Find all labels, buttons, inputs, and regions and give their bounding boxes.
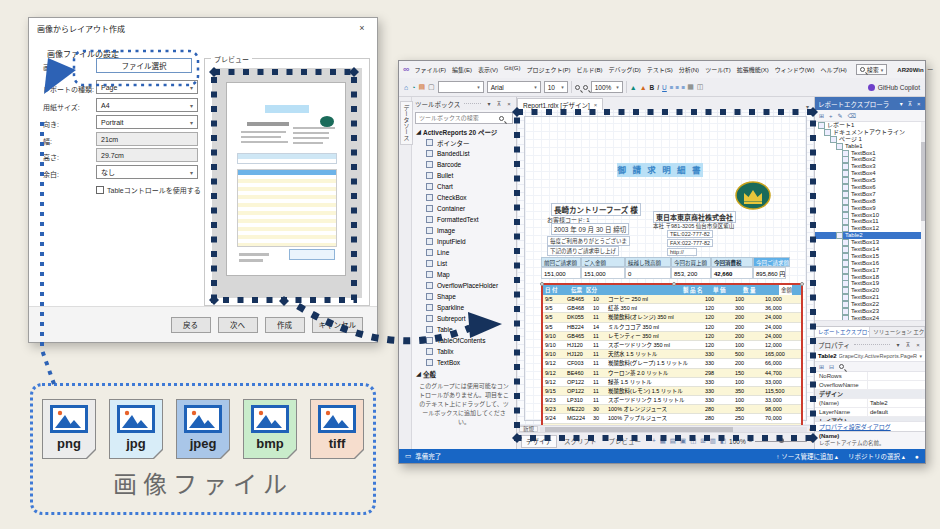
alphabetical-icon[interactable]: ⊟	[829, 363, 834, 370]
scrollbar-thumb[interactable]	[545, 427, 732, 432]
menu-item[interactable]: Git(G)	[503, 64, 521, 75]
dialog-titlebar[interactable]: 画像からレイアウト作成 ×	[29, 18, 377, 38]
italic-button[interactable]: I	[657, 84, 659, 91]
toolbox-item[interactable]: CheckBox	[412, 192, 516, 203]
tree-node[interactable]: TextBox12	[815, 225, 925, 232]
designer-tab[interactable]: スクリプト	[559, 435, 602, 448]
toolbox-header[interactable]: ツールボックス ▾ ⊼ ×	[412, 97, 516, 110]
tree-node[interactable]: TextBox11	[815, 218, 925, 225]
menu-item[interactable]: 表示(V)	[477, 64, 499, 75]
tree-node[interactable]: TextBox13	[815, 239, 925, 246]
detail-header-cell[interactable]: 金額	[779, 285, 792, 295]
panel-tab[interactable]: レポートエクスプローラ 20...	[815, 327, 870, 337]
selection-handle[interactable]	[672, 282, 676, 286]
add-source-control-button[interactable]: ↑ ソース管理に追加 ▴	[776, 451, 838, 461]
dialog-button[interactable]: 作成	[265, 317, 305, 333]
menu-item[interactable]: ファイル(F)	[413, 64, 447, 75]
summary-value-cell[interactable]: 895,860 円	[753, 267, 786, 279]
tree-node[interactable]: ドキュメントアウトライン	[815, 129, 925, 136]
invoice-title[interactable]: 御 請 求 明 細 書	[617, 163, 703, 177]
properties-object-selector[interactable]: Table2 GrapeCity.ActiveReports.PageRepor…	[815, 351, 925, 362]
report-type-select[interactable]: Page▾	[96, 80, 198, 94]
designer-tab[interactable]: デザイナ	[521, 435, 557, 448]
tree-node[interactable]: TextBox1	[815, 150, 925, 157]
fill-color-icon[interactable]: ▲	[630, 84, 637, 91]
toolbox-item[interactable]: Shape	[412, 291, 516, 302]
border-icon[interactable]: ▦	[687, 83, 694, 91]
close-icon[interactable]: ×	[915, 101, 922, 107]
designer-tool-icon[interactable]: ⊞	[700, 437, 705, 445]
tree-node[interactable]: Table1	[815, 143, 925, 150]
property-row[interactable]: NoRows	[815, 372, 925, 381]
pin-icon[interactable]: ⊼	[904, 341, 912, 348]
categorize-icon[interactable]: ⊞	[819, 363, 824, 370]
document-tab[interactable]: Report1.rdlx [デザイン] ×	[517, 98, 603, 110]
designer-tool-icon[interactable]: ▤	[670, 437, 676, 445]
toolbox-search[interactable]	[415, 112, 513, 124]
menu-item[interactable]: ヘルプ(H)	[819, 64, 847, 75]
properties-header[interactable]: プロパティ ▾ ⊼ ×	[815, 338, 925, 351]
detail-header-cell[interactable]: 単 価	[711, 285, 741, 295]
selection-handle[interactable]	[800, 282, 804, 286]
summary-value-cell[interactable]: 151,000	[581, 267, 625, 279]
panel-tab[interactable]: ソリューション エクスプロ...	[870, 327, 925, 337]
object-combo[interactable]: ▾	[438, 81, 484, 93]
property-row[interactable]: LayerNamedefault	[815, 408, 925, 417]
toolbox-item[interactable]: Tablix	[412, 346, 516, 357]
selection-handle[interactable]	[540, 282, 544, 286]
detail-header-cell[interactable]: 伝票No	[569, 285, 584, 295]
orientation-select[interactable]: Portrait▾	[96, 115, 198, 129]
summary-header-cell[interactable]: ご入金額	[581, 257, 625, 267]
tree-node[interactable]: TextBox7	[815, 191, 925, 198]
toolbox-item[interactable]: BandedList	[412, 148, 516, 159]
tree-node[interactable]: ページ 1	[815, 136, 925, 143]
summary-header-cell[interactable]: 繰越し残高額	[625, 257, 671, 267]
detail-row[interactable]: 9/12BE46011ウーロン茶 2.0 リットル29815044,700	[543, 369, 801, 378]
invoice-company-address[interactable]: 本社 〒981-3205 仙台市泉区紫山	[653, 222, 734, 230]
zoom-in-icon[interactable]	[583, 85, 588, 90]
table-control-checkbox[interactable]: Tableコントロールを使用する	[96, 185, 201, 195]
detail-header-cell[interactable]: 日 付	[543, 285, 569, 295]
menu-item[interactable]: 拡張機能(X)	[736, 64, 770, 75]
dialog-button[interactable]: 戻る	[171, 317, 211, 333]
detail-row[interactable]: 9/5GB46510コーヒー 250 ml10010010,000	[543, 295, 801, 304]
chevron-down-icon[interactable]: ▾	[485, 100, 493, 107]
designer-tool-icon[interactable]: +	[652, 437, 656, 445]
margin-select[interactable]: なし▾	[96, 165, 198, 179]
layout-icon[interactable]: ◫	[697, 83, 704, 91]
detail-row[interactable]: 9/5HB22414ミルクココア 350 ml12020024,000	[543, 323, 801, 332]
toolbox-item[interactable]: OverflowPlaceHolder	[412, 280, 516, 291]
chevron-down-icon[interactable]: ▾	[894, 341, 902, 348]
detail-row[interactable]: 9/10GB46511レモンティー 350 ml12020024,000	[543, 332, 801, 341]
tree-node[interactable]: TextBox23	[815, 308, 925, 315]
summary-header-cell[interactable]: 今回消費税	[711, 257, 753, 267]
zoom-out-icon[interactable]	[575, 85, 580, 90]
invoice-company-fax[interactable]: FAX:022-777-82	[667, 239, 713, 247]
toolbox-item[interactable]: Table	[412, 324, 516, 335]
menu-item[interactable]: 編集(E)	[451, 64, 473, 75]
company-logo-icon[interactable]	[735, 181, 771, 210]
explorer-tool-icon[interactable]: +	[829, 113, 833, 119]
tree-node[interactable]: TextBox18	[815, 274, 925, 281]
bell-icon[interactable]: ●	[915, 453, 919, 460]
explorer-tool-icon[interactable]: ⊞	[819, 112, 824, 119]
summary-value-cell[interactable]: 42,660	[711, 267, 753, 279]
detail-row[interactable]: 9/23ME22030100% オレンジジュース28035098,000	[543, 405, 801, 414]
tree-node[interactable]: Table2	[815, 232, 925, 239]
menu-item[interactable]: テスト(S)	[646, 64, 674, 75]
summary-value-cell[interactable]: 853, 200	[671, 267, 711, 279]
menu-item[interactable]: デバッグ(D)	[607, 64, 641, 75]
designer-tool-icon[interactable]: ◫	[690, 437, 696, 445]
toolbox-item[interactable]: List	[412, 258, 516, 269]
tree-node[interactable]: TextBox3	[815, 163, 925, 170]
toolbox-item[interactable]: TextBox	[412, 357, 516, 368]
design-surface[interactable]: 御 請 求 明 細 書 長崎カントリーフーズ 様 お客様コード: 1 2003 …	[517, 110, 814, 425]
tree-node[interactable]: TextBox10	[815, 212, 925, 219]
toolbox-item[interactable]: InputField	[412, 236, 516, 247]
summary-header-cell[interactable]: 今回お買上額	[671, 257, 711, 267]
menu-item[interactable]: ウィンドウ(W)	[774, 64, 816, 75]
detail-row[interactable]: 9/23LP31011スポーツドリンク 1.5 リットル33010033,000	[543, 396, 801, 405]
detail-header-cell[interactable]: 区分	[584, 285, 681, 295]
tree-node[interactable]: TextBox21	[815, 294, 925, 301]
tree-node[interactable]: TextBox24	[815, 315, 925, 320]
